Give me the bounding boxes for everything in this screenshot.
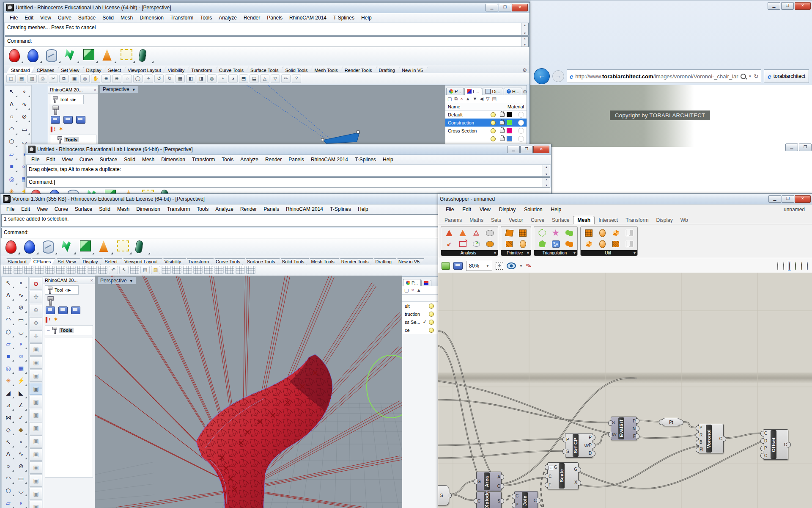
- deconstruct-mesh-icon[interactable]: ↙: [444, 239, 455, 249]
- forward-button[interactable]: →: [552, 70, 564, 82]
- gh-component-join[interactable]: CPJoinC: [514, 491, 538, 508]
- menu-rhinocam-2014[interactable]: RhinoCAM 2014: [283, 206, 326, 213]
- cplane-toolbar-icon[interactable]: [246, 266, 255, 274]
- sidebar-tool-icon[interactable]: ⬡: [3, 486, 14, 496]
- tab-render-tools[interactable]: Render Tools: [340, 67, 377, 73]
- axis-move-icon[interactable]: ✛: [30, 330, 42, 342]
- mesh-inclusion-icon[interactable]: [484, 228, 495, 238]
- facet-dome-icon[interactable]: [537, 239, 548, 249]
- tab-new-in-v5[interactable]: New in V5: [394, 258, 424, 265]
- gh-param-s[interactable]: S: [438, 485, 449, 505]
- sidebar-tool-icon[interactable]: ⬡: [3, 327, 14, 337]
- toolbar-icon[interactable]: ◯: [133, 75, 143, 83]
- lock-icon[interactable]: [500, 113, 505, 117]
- visibility-bulb-icon[interactable]: [491, 120, 496, 125]
- face-boundary-icon[interactable]: [471, 228, 482, 238]
- tab-standard[interactable]: Standard: [3, 258, 31, 265]
- close-icon[interactable]: ×: [94, 87, 96, 92]
- tab-drafting[interactable]: Drafting: [374, 67, 400, 73]
- toolbar-icon[interactable]: ↻: [165, 75, 174, 83]
- tab-layers[interactable]: [421, 280, 431, 286]
- tab-transform[interactable]: Transform: [622, 216, 652, 224]
- toolbar-icon[interactable]: ▦: [176, 75, 185, 83]
- menu-transform[interactable]: Transform: [164, 206, 193, 213]
- visibility-bulb-icon[interactable]: [491, 136, 496, 141]
- gh-component-area[interactable]: GAreaAC: [476, 472, 502, 491]
- menu-solid[interactable]: Solid: [99, 14, 117, 21]
- maximize-button[interactable]: ❐: [781, 2, 794, 10]
- tab-transform[interactable]: Transform: [183, 258, 214, 265]
- menu-dimension[interactable]: Dimension: [136, 14, 167, 21]
- tab-visibility[interactable]: Visibility: [163, 67, 189, 73]
- gh-component-evalsrf[interactable]: SuvEvalSrfPNF: [611, 417, 637, 440]
- stock-icon[interactable]: ▣: [30, 488, 42, 500]
- toolbar-icon[interactable]: ⧉: [59, 75, 69, 83]
- menu-view[interactable]: View: [475, 206, 495, 213]
- sidebar-tool-icon[interactable]: ∠: [16, 400, 26, 411]
- cplane-toolbar-icon[interactable]: ▨: [151, 266, 160, 274]
- gear-icon[interactable]: ⚙: [522, 67, 527, 73]
- tab-mesh-tools[interactable]: Mesh Tools: [306, 258, 339, 265]
- menu-tools[interactable]: Tools: [218, 156, 237, 163]
- toolbar-icon[interactable]: ◔: [218, 75, 227, 83]
- lock-icon[interactable]: [500, 129, 505, 133]
- sidebar-tool-icon[interactable]: ◢: [3, 388, 14, 398]
- cplane-toolbar-icon[interactable]: [162, 266, 171, 274]
- sidebar-tool-icon[interactable]: ◎: [3, 364, 14, 374]
- close-button[interactable]: ✕: [795, 195, 811, 203]
- orange-gem-icon[interactable]: [800, 261, 803, 271]
- layer-row-partial[interactable]: ult: [402, 302, 439, 310]
- close-icon[interactable]: ×: [91, 278, 93, 283]
- toolbar-icon[interactable]: ◎: [80, 75, 90, 83]
- menu-rhinocam-2014[interactable]: RhinoCAM 2014: [286, 14, 330, 21]
- tab-standard[interactable]: Standard: [6, 67, 35, 73]
- layer-color-swatch[interactable]: [507, 128, 512, 133]
- zoom-select[interactable]: 80%▼: [466, 261, 492, 271]
- toolbar-icon[interactable]: ◧: [186, 75, 195, 83]
- stock-icon[interactable]: ▣: [30, 501, 42, 508]
- toolbar-icon[interactable]: ▥: [27, 75, 37, 83]
- mesh-edges-icon[interactable]: [444, 228, 455, 238]
- stock-icon[interactable]: ▣: [30, 422, 42, 434]
- mesh-union-icon[interactable]: [610, 239, 621, 249]
- machine-setup-icon[interactable]: ⊙: [30, 278, 42, 290]
- grasshopper-canvas[interactable]: SGAreaACCeXplodeSCPJoinC↓GCFScaleGXPSSrf…: [438, 273, 812, 508]
- layer-color-swatch[interactable]: [507, 136, 512, 141]
- toolbar-icon[interactable]: ▽: [271, 75, 280, 83]
- stock-icon[interactable]: ▣: [30, 435, 42, 447]
- sidebar-tool-icon[interactable]: ✳: [3, 376, 14, 386]
- tab-set-view[interactable]: Set View: [53, 258, 80, 265]
- tab-display[interactable]: Display: [78, 258, 102, 265]
- tab-scroll-icons[interactable]: ◁ ▶: [70, 98, 76, 102]
- input-nub-C[interactable]: [760, 453, 764, 458]
- menu-edit[interactable]: Edit: [458, 206, 475, 213]
- cplane-toolbar-icon[interactable]: [236, 266, 245, 274]
- tab-select[interactable]: Select: [100, 258, 123, 265]
- sidebar-tool-icon[interactable]: ◗: [16, 498, 26, 508]
- menu-mesh[interactable]: Mesh: [139, 156, 158, 163]
- group-expand-icon[interactable]: ▾: [494, 251, 496, 255]
- visibility-bulb-icon[interactable]: [429, 312, 434, 317]
- toolbar-icon[interactable]: ⬓: [250, 75, 259, 83]
- green-gem-icon[interactable]: [794, 261, 797, 271]
- sidebar-tool-icon[interactable]: ■: [6, 162, 17, 172]
- menu-surface[interactable]: Surface: [71, 206, 96, 213]
- menu-view[interactable]: View: [33, 206, 51, 213]
- gh-component-scale[interactable]: ↓GCFScaleGX: [547, 462, 579, 489]
- tab-surface[interactable]: Surface: [548, 216, 573, 224]
- move-up-icon[interactable]: ▲: [417, 287, 421, 293]
- tab-params[interactable]: Params: [441, 216, 466, 224]
- layer-row-partial[interactable]: ss Se...✓: [402, 318, 439, 326]
- toolbar-icon[interactable]: ✋: [91, 75, 100, 83]
- cplane-toolbar-icon[interactable]: [3, 266, 12, 274]
- input-nub-S[interactable]: [608, 420, 612, 426]
- menu-solid[interactable]: Solid: [121, 156, 139, 163]
- layer-color-swatch[interactable]: [507, 120, 512, 125]
- menu-help[interactable]: Help: [379, 156, 397, 163]
- save-file-icon[interactable]: [453, 262, 463, 270]
- sidebar-tool-icon[interactable]: Λ: [3, 290, 14, 301]
- sidebar-tool-icon[interactable]: ◡: [16, 486, 26, 496]
- input-nub-G[interactable]: [545, 464, 548, 470]
- cplane-toolbar-icon[interactable]: [45, 266, 55, 274]
- sidebar-tool-icon[interactable]: ∘: [19, 87, 30, 97]
